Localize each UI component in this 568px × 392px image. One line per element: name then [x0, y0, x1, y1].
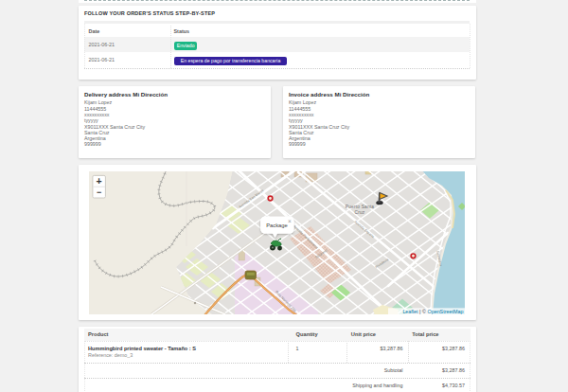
svg-text:Puerto Santa: Puerto Santa — [346, 205, 375, 209]
svg-text:+: + — [97, 175, 102, 187]
svg-text:×: × — [288, 218, 292, 224]
svg-text:−: − — [97, 187, 101, 197]
svg-text:Cruz: Cruz — [355, 210, 365, 215]
svg-text:Package: Package — [266, 223, 288, 228]
svg-text:Leaflet | © OpenStreetMap: Leaflet | © OpenStreetMap — [402, 309, 463, 314]
